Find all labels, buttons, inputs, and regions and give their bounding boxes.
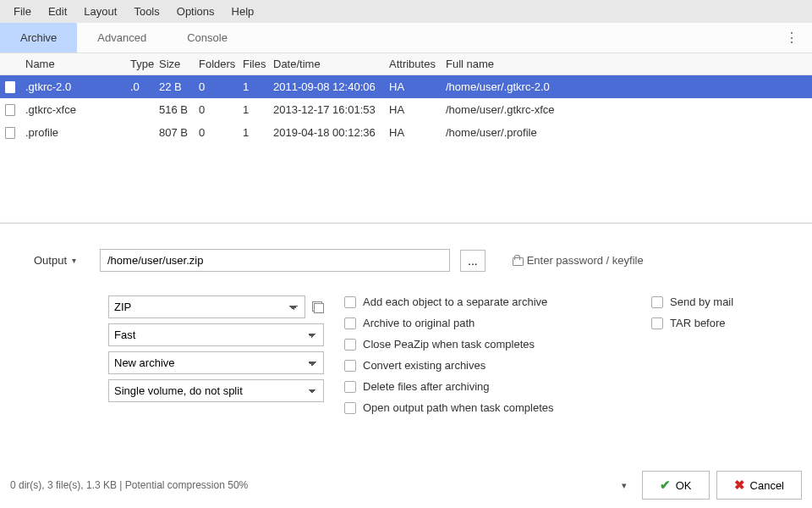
output-path-input[interactable] [100, 249, 450, 272]
password-link[interactable]: Enter password / keyfile [513, 254, 644, 267]
cancel-button[interactable]: ✖Cancel [716, 471, 802, 500]
cell-size: 807 B [154, 122, 194, 143]
cell-name: .gtkrc-xfce [20, 99, 125, 120]
file-icon [5, 127, 15, 139]
checks-main-column: Add each object to a separate archiveArc… [344, 295, 631, 414]
checkbox-icon [344, 339, 356, 351]
cell-datetime: 2013-12-17 16:01:53 [268, 99, 384, 120]
cell-folders: 0 [194, 122, 238, 143]
ok-button[interactable]: ✔OK [642, 471, 710, 500]
menu-tools[interactable]: Tools [127, 3, 166, 19]
output-label[interactable]: Output ▾ [34, 254, 90, 267]
status-text: 0 dir(s), 3 file(s), 1.3 KB | Potential … [10, 479, 622, 491]
header-files[interactable]: Files [238, 53, 268, 75]
checkbox-icon [344, 296, 356, 308]
browse-button[interactable]: ... [460, 250, 486, 272]
header-folders[interactable]: Folders [194, 53, 238, 75]
file-icon [5, 81, 15, 93]
cell-datetime: 2019-04-18 00:12:36 [268, 122, 384, 143]
speed-select[interactable]: Fast [108, 323, 324, 346]
file-icon [5, 104, 15, 116]
checkbox-label: Delete files after archiving [363, 380, 490, 393]
tab-archive[interactable]: Archive [0, 23, 77, 52]
checkbox-icon [344, 402, 356, 414]
cancel-label: Cancel [750, 479, 784, 492]
cell-datetime: 2011-09-08 12:40:06 [268, 76, 384, 97]
header-name[interactable]: Name [20, 53, 125, 75]
options-grid: ZIP Fast New archive Single volume, do n… [34, 295, 778, 414]
checkbox-item[interactable]: Open output path when task completes [344, 401, 631, 414]
table-row[interactable]: .profile807 B012019-04-18 00:12:36HA/hom… [0, 121, 812, 144]
checkbox-label: Convert existing archives [363, 359, 486, 372]
header-size[interactable]: Size [154, 53, 194, 75]
cell-fullname: /home/user/.profile [441, 122, 812, 143]
more-menu-icon[interactable]: ⋮ [771, 24, 812, 52]
checkbox-label: Send by mail [670, 295, 733, 308]
form-area: Output ▾ ... Enter password / keyfile ZI… [0, 232, 812, 462]
split-select[interactable]: Single volume, do not split [108, 379, 324, 402]
format-select[interactable]: ZIP [108, 295, 305, 318]
cell-fullname: /home/user/.gtkrc-2.0 [441, 76, 812, 97]
password-label: Enter password / keyfile [527, 254, 644, 267]
checkbox-icon [344, 381, 356, 393]
cell-type: .0 [125, 76, 154, 97]
cell-size: 22 B [154, 76, 194, 97]
cell-name: .profile [20, 122, 125, 143]
checkbox-label: TAR before [670, 317, 726, 329]
cell-type [125, 129, 154, 137]
checkbox-item[interactable]: Delete files after archiving [344, 380, 631, 393]
table-row[interactable]: .gtkrc-2.0.022 B012011-09-08 12:40:06HA/… [0, 75, 812, 98]
file-table: Name Type Size Folders Files Date/time A… [0, 53, 812, 214]
copy-icon[interactable] [312, 301, 324, 313]
mode-select[interactable]: New archive [108, 351, 324, 374]
checkbox-item[interactable]: Archive to original path [344, 317, 631, 329]
header-attributes[interactable]: Attributes [384, 53, 441, 75]
header-fullname[interactable]: Full name [441, 53, 812, 75]
cell-name: .gtkrc-2.0 [20, 76, 125, 97]
table-body: .gtkrc-2.0.022 B012011-09-08 12:40:06HA/… [0, 75, 812, 144]
checkbox-icon [344, 360, 356, 372]
footer: 0 dir(s), 3 file(s), 1.3 KB | Potential … [0, 462, 812, 508]
tab-console[interactable]: Console [167, 23, 248, 52]
table-row[interactable]: .gtkrc-xfce516 B012013-12-17 16:01:53HA/… [0, 98, 812, 121]
divider [0, 223, 812, 224]
cell-folders: 0 [194, 76, 238, 97]
cell-files: 1 [238, 76, 268, 97]
menu-help[interactable]: Help [225, 3, 261, 19]
menu-edit[interactable]: Edit [41, 3, 74, 19]
x-icon: ✖ [734, 478, 745, 493]
tab-advanced[interactable]: Advanced [77, 23, 167, 52]
menu-layout[interactable]: Layout [77, 3, 123, 19]
menu-options[interactable]: Options [170, 3, 222, 19]
cell-files: 1 [238, 99, 268, 120]
checkbox-item[interactable]: Close PeaZip when task completes [344, 338, 631, 351]
header-datetime[interactable]: Date/time [268, 53, 384, 75]
checkbox-icon [651, 296, 663, 308]
cell-folders: 0 [194, 99, 238, 120]
menubar: FileEditLayoutToolsOptionsHelp [0, 0, 812, 23]
header-type[interactable]: Type [125, 53, 154, 75]
cell-size: 516 B [154, 99, 194, 120]
output-label-text: Output [34, 254, 67, 267]
checks-right-column: Send by mailTAR before [651, 295, 778, 414]
output-row: Output ▾ ... Enter password / keyfile [34, 249, 778, 272]
cell-fullname: /home/user/.gtkrc-xfce [441, 99, 812, 120]
checkbox-item[interactable]: Send by mail [651, 295, 778, 308]
cell-attributes: HA [384, 76, 441, 97]
checkbox-item[interactable]: Add each object to a separate archive [344, 295, 631, 308]
tabs: ArchiveAdvancedConsole⋮ [0, 23, 812, 53]
menu-file[interactable]: File [7, 3, 38, 19]
checkbox-item[interactable]: TAR before [651, 317, 778, 329]
checkbox-item[interactable]: Convert existing archives [344, 359, 631, 372]
chevron-down-icon[interactable]: ▾ [72, 256, 76, 265]
checkbox-label: Close PeaZip when task completes [363, 338, 535, 351]
cell-files: 1 [238, 122, 268, 143]
cell-type [125, 106, 154, 114]
table-header[interactable]: Name Type Size Folders Files Date/time A… [0, 53, 812, 75]
checkbox-label: Archive to original path [363, 317, 475, 329]
selects-column: ZIP Fast New archive Single volume, do n… [108, 295, 324, 414]
checkbox-label: Open output path when task completes [363, 401, 553, 414]
checkbox-icon [651, 318, 663, 329]
ok-label: OK [676, 479, 692, 492]
chevron-down-icon[interactable]: ▾ [622, 480, 627, 491]
